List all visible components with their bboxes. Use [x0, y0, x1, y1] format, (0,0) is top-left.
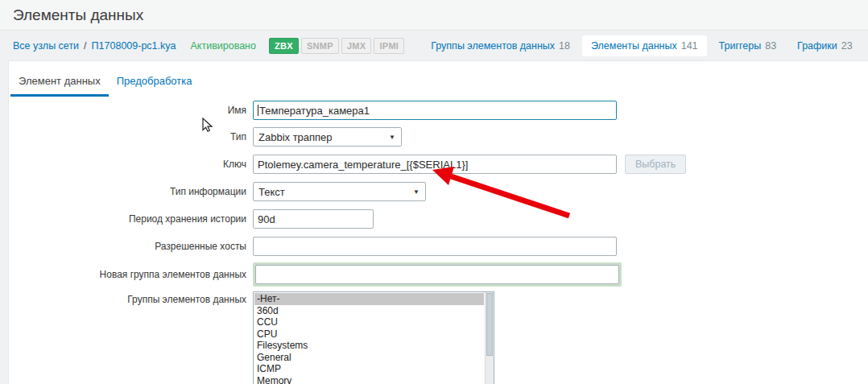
host-status-badge: Активировано: [190, 40, 256, 52]
form-row-key: Ключ Выбрать: [9, 155, 868, 174]
zbx-agent-badge: ZBX: [269, 38, 299, 54]
form-row-groups: Группы элементов данных -Нет- 360d CCU C…: [9, 291, 868, 384]
tab-preprocessing[interactable]: Предобработка: [109, 70, 200, 97]
tab-item-data[interactable]: Элемент данных: [10, 70, 109, 97]
listbox-scrollbar[interactable]: [485, 292, 494, 384]
groups-label: Группы элементов данных: [9, 291, 246, 305]
agent-availability-badges: ZBX SNMP JMX IPMI: [269, 38, 404, 54]
breadcrumb-host-link[interactable]: П1708009-pc1.kya: [92, 40, 176, 52]
groups-options: -Нет- 360d CCU CPU Filesystems General I…: [254, 293, 484, 384]
new-group-label: Новая группа элементов данных: [9, 269, 246, 280]
breadcrumb-all-hosts-link[interactable]: Все узлы сети: [13, 40, 79, 52]
page-title: Элементы данных: [0, 0, 868, 24]
history-label: Период хранения истории: [9, 213, 246, 225]
allowed-hosts-input[interactable]: [253, 237, 617, 256]
list-item[interactable]: Filesystems: [254, 340, 484, 352]
form-row-new-group: Новая группа элементов данных: [9, 262, 868, 287]
type-label: Тип: [9, 131, 246, 142]
form-row-allowed-hosts: Разрешенные хосты: [9, 237, 868, 256]
list-item[interactable]: CCU: [254, 316, 484, 328]
name-input[interactable]: Температура_камера1: [253, 101, 617, 120]
nav-item-triggers[interactable]: Триггеры83: [710, 35, 786, 56]
info-type-select[interactable]: Текст ▼: [253, 182, 426, 201]
form-row-type: Тип Zabbix траппер ▼: [9, 127, 868, 147]
info-type-label: Тип информации: [9, 186, 246, 197]
list-item[interactable]: -Нет-: [254, 293, 484, 305]
key-input[interactable]: [253, 155, 617, 174]
nav-item-groups[interactable]: Группы элементов данных18: [422, 35, 579, 56]
groups-listbox[interactable]: -Нет- 360d CCU CPU Filesystems General I…: [253, 291, 494, 384]
new-group-input[interactable]: [255, 265, 619, 284]
page-header: Элементы данных: [0, 0, 868, 31]
chevron-down-icon: ▼: [389, 134, 395, 141]
nav-item-items[interactable]: Элементы данных141: [582, 35, 707, 56]
allowed-hosts-label: Разрешенные хосты: [9, 241, 246, 252]
nav-item-discovery-rules[interactable]: Правила обнаружени: [865, 35, 868, 56]
breadcrumb-separator: /: [84, 40, 86, 52]
snmp-agent-badge: SNMP: [301, 38, 339, 54]
key-label: Ключ: [9, 159, 246, 170]
form-tabs: Элемент данных Предобработка: [10, 70, 200, 97]
listbox-scrollbar-thumb[interactable]: [486, 293, 493, 356]
chevron-down-icon: ▼: [413, 188, 420, 196]
type-select[interactable]: Zabbix траппер ▼: [253, 127, 402, 147]
form-row-name: Имя Температура_камера1: [9, 101, 868, 120]
zabbix-item-edit-screen: Элементы данных Все узлы сети / П1708009…: [0, 0, 868, 384]
list-item[interactable]: General: [254, 352, 484, 364]
item-form-panel: Элемент данных Предобработка Имя Темпера…: [8, 60, 868, 384]
list-item[interactable]: ICMP: [254, 363, 484, 375]
select-key-button[interactable]: Выбрать: [625, 155, 686, 174]
nav-item-graphs[interactable]: Графики23: [788, 35, 862, 56]
jmx-agent-badge: JMX: [341, 38, 372, 54]
host-section-nav: Группы элементов данных18 Элементы данны…: [422, 35, 868, 56]
history-input[interactable]: [253, 209, 374, 229]
ipmi-agent-badge: IPMI: [374, 38, 404, 54]
form-row-history: Период хранения истории: [9, 209, 868, 229]
new-group-highlight: [253, 262, 622, 287]
list-item[interactable]: 360d: [254, 305, 484, 317]
list-item[interactable]: Memory: [254, 375, 484, 384]
form-row-info-type: Тип информации Текст ▼: [9, 182, 868, 201]
list-item[interactable]: CPU: [254, 328, 484, 341]
host-navigation-bar: Все узлы сети / П1708009-pc1.kya Активир…: [0, 31, 868, 60]
text-caret: [258, 105, 258, 116]
name-label: Имя: [9, 105, 246, 116]
